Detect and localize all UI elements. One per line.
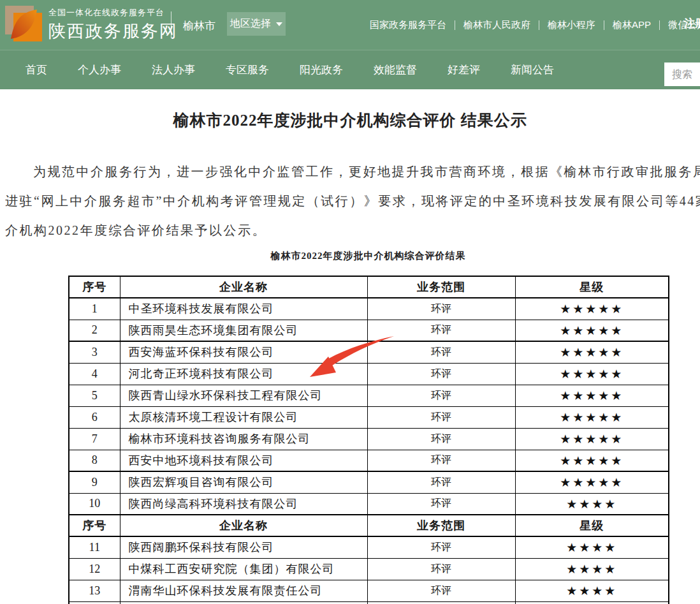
serial-cell: 10 (69, 493, 120, 515)
column-header: 业务范围 (367, 276, 515, 298)
header-link[interactable]: 国家政务服务平台 (361, 19, 455, 31)
business-scope-cell: 环评 (367, 493, 515, 515)
nav-item[interactable]: 个人办事 (78, 63, 121, 77)
table-row: 7榆林市环境科技咨询服务有限公司环评★★★★★ (69, 428, 669, 450)
serial-cell: 13 (69, 580, 120, 601)
column-header: 序号 (69, 276, 120, 298)
star-rating-cell: ★★★★ (515, 580, 669, 601)
header-divider (171, 11, 171, 38)
column-header: 星级 (515, 276, 669, 298)
serial-cell: 4 (69, 363, 120, 385)
search-input[interactable] (664, 63, 700, 86)
empty-cell (120, 601, 367, 604)
company-name-cell: 中煤科工西安研究院（集团）有限公司 (120, 558, 367, 580)
table-row: 8西安中地环境科技有限公司环评★★★★★ (69, 450, 669, 471)
column-header: 序号 (69, 515, 120, 536)
serial-cell: 2 (69, 320, 120, 341)
company-name-cell: 榆林市环境科技咨询服务有限公司 (120, 428, 367, 450)
nav-item[interactable]: 首页 (26, 63, 47, 77)
column-header: 企业名称 (120, 276, 367, 298)
table-row: 3西安海蓝环保科技有限公司环评★★★★★ (69, 341, 669, 363)
brand-block: 全国一体化在线政务服务平台 陕西政务服务网 (48, 7, 178, 43)
business-scope-cell: 环评 (367, 320, 515, 341)
table-row: 2陕西雨昊生态环境集团有限公司环评★★★★★ (69, 320, 669, 341)
business-scope-cell: 环评 (367, 450, 515, 471)
empty-cell (69, 601, 120, 604)
business-scope-cell: 环评 (367, 428, 515, 450)
main-nav: 首页个人办事法人办事专区服务阳光政务效能监督好差评新闻公告 (0, 50, 700, 89)
column-header: 业务范围 (367, 515, 515, 536)
empty-cell (367, 601, 515, 604)
nav-item[interactable]: 阳光政务 (300, 63, 343, 77)
table-row: 4河北奇正环境科技有限公司环评★★★★★ (69, 363, 669, 385)
table-row: 1中圣环境科技发展有限公司环评★★★★★ (69, 298, 669, 320)
column-header: 星级 (515, 515, 669, 536)
nav-item[interactable]: 法人办事 (152, 63, 195, 77)
region-selector-button[interactable]: 地区选择 (227, 12, 286, 36)
paragraph-line: 介机构2022年度综合评价结果予以公示。 (5, 216, 700, 245)
business-scope-cell: 环评 (367, 471, 515, 493)
company-name-cell: 中圣环境科技发展有限公司 (120, 298, 367, 320)
serial-cell: 9 (69, 471, 120, 493)
star-rating-cell: ★★★★★ (515, 341, 669, 363)
site-header: 全国一体化在线政务服务平台 陕西政务服务网 榆林市 地区选择 国家政务服务平台榆… (0, 0, 700, 50)
serial-cell: 7 (69, 428, 120, 450)
star-rating-cell: ★★★★★ (515, 471, 669, 493)
serial-cell: 1 (69, 298, 120, 320)
table-row: 10陕西尚绿高科环境科技有限公司环评★★★★ (69, 493, 669, 515)
star-rating-cell: ★★★★ (515, 536, 669, 558)
star-rating-cell: ★★★★★ (515, 385, 669, 406)
header-links: 国家政务服务平台榆林市人民政府榆林小程序榆林APP微信公众号 (361, 0, 700, 50)
business-scope-cell: 环评 (367, 558, 515, 580)
nav-item[interactable]: 新闻公告 (511, 63, 554, 77)
header-link[interactable]: 榆林市人民政府 (455, 19, 539, 31)
site-name: 陕西政务服务网 (48, 20, 178, 43)
nav-item[interactable]: 好差评 (448, 63, 480, 77)
platform-label: 全国一体化在线政务服务平台 (48, 7, 178, 18)
table-row: 5陕西青山绿水环保科技工程有限公司环评★★★★★ (69, 385, 669, 406)
company-name-cell: 陕西阔鹏环保科技有限公司 (120, 536, 367, 558)
table-row: 9陕西宏辉项目咨询有限公司环评★★★★★ (69, 471, 669, 493)
company-name-cell: 陕西宏辉项目咨询有限公司 (120, 471, 367, 493)
star-rating-cell: ★★★★ (515, 558, 669, 580)
company-name-cell: 陕西尚绿高科环境科技有限公司 (120, 493, 367, 515)
star-rating-cell: ★★★★★ (515, 363, 669, 385)
header-link[interactable]: 榆林小程序 (539, 19, 604, 31)
nav-item[interactable]: 效能监督 (374, 63, 417, 77)
business-scope-cell: 环评 (367, 536, 515, 558)
star-rating-cell: ★★★★★ (515, 320, 669, 341)
column-header: 企业名称 (120, 515, 367, 536)
register-link[interactable]: 注册 (684, 16, 700, 31)
table-row (69, 601, 669, 604)
site-logo-icon[interactable] (5, 6, 42, 43)
star-rating-cell: ★★★★★ (515, 450, 669, 471)
company-name-cell: 太原核清环境工程设计有限公司 (120, 406, 367, 428)
table-header-row: 序号企业名称业务范围星级 (69, 276, 669, 298)
company-name-cell: 河北奇正环境科技有限公司 (120, 363, 367, 385)
serial-cell: 8 (69, 450, 120, 471)
business-scope-cell: 环评 (367, 580, 515, 601)
paragraph-line: 进驻“网上中介服务超市”中介机构考评管理规定（试行）》要求，现将评定的中圣环境科… (5, 186, 700, 216)
company-name-cell: 西安海蓝环保科技有限公司 (120, 341, 367, 363)
star-rating-cell: ★★★★★ (515, 406, 669, 428)
nav-item[interactable]: 专区服务 (226, 63, 269, 77)
table-caption: 榆林市2022年度涉批中介机构综合评价结果 (68, 250, 668, 262)
business-scope-cell: 环评 (367, 385, 515, 406)
star-rating-cell: ★★★★★ (515, 298, 669, 320)
company-name-cell: 陕西青山绿水环保科技工程有限公司 (120, 385, 367, 406)
serial-cell: 6 (69, 406, 120, 428)
announcement-paragraph: 为规范中介服务行为，进一步强化中介监管工作，更好地提升我市营商环境，根据《榆林市… (5, 157, 700, 245)
table-row: 12中煤科工西安研究院（集团）有限公司环评★★★★ (69, 558, 669, 580)
evaluation-results-table: 序号企业名称业务范围星级1中圣环境科技发展有限公司环评★★★★★2陕西雨昊生态环… (68, 276, 669, 604)
business-scope-cell: 环评 (367, 341, 515, 363)
serial-cell: 3 (69, 341, 120, 363)
star-rating-cell: ★★★★★ (515, 428, 669, 450)
page: 全国一体化在线政务服务平台 陕西政务服务网 榆林市 地区选择 国家政务服务平台榆… (0, 0, 700, 604)
business-scope-cell: 环评 (367, 298, 515, 320)
nav-items: 首页个人办事法人办事专区服务阳光政务效能监督好差评新闻公告 (0, 50, 700, 89)
company-name-cell: 西安中地环境科技有限公司 (120, 450, 367, 471)
region-selector-label: 地区选择 (230, 17, 271, 31)
table-row: 13渭南华山环保科技发展有限责任公司环评★★★★ (69, 580, 669, 601)
serial-cell: 12 (69, 558, 120, 580)
header-link[interactable]: 榆林APP (604, 19, 659, 31)
